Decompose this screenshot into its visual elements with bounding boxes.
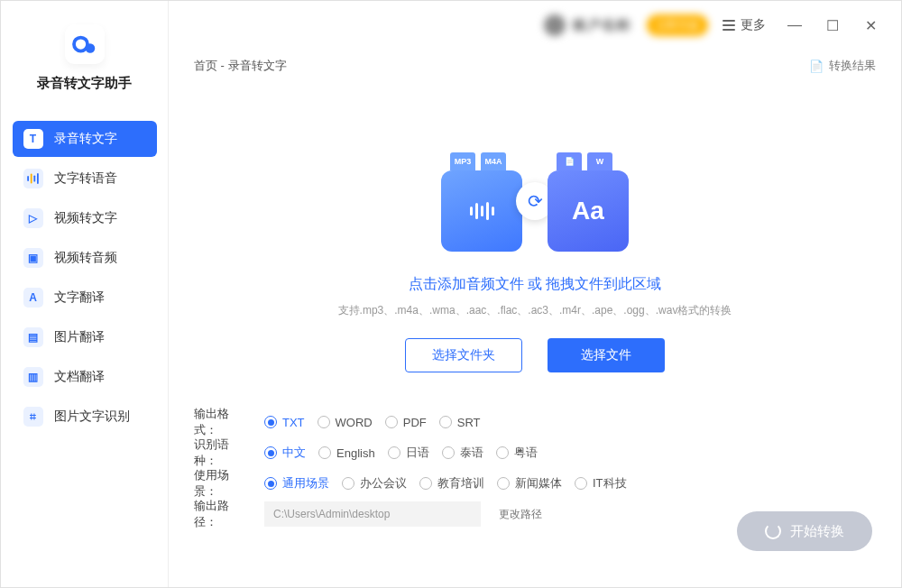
more-label: 更多 — [741, 17, 766, 33]
avatar-icon — [544, 14, 566, 36]
illustration: MP3 M4A ⟳ 📄 W Aa — [400, 125, 670, 252]
sidebar-item-video-to-text[interactable]: ▷ 视频转文字 — [13, 200, 157, 236]
aa-label: Aa — [572, 197, 604, 225]
app-name: 录音转文字助手 — [37, 75, 132, 92]
doc-translate-icon: ▥ — [23, 367, 43, 387]
word-tag: W — [587, 152, 612, 170]
video-audio-icon: ▣ — [23, 248, 43, 268]
nav-label: 文字翻译 — [54, 289, 105, 306]
scene-it[interactable]: IT科技 — [575, 475, 627, 492]
breadcrumb: 首页 - 录音转文字 — [194, 58, 287, 74]
lang-yue[interactable]: 粤语 — [496, 445, 538, 461]
lang-th[interactable]: 泰语 — [442, 445, 483, 461]
wave-icon — [23, 169, 43, 188]
doc-icon: 📄 — [809, 60, 824, 73]
scene-edu[interactable]: 教育培训 — [419, 475, 484, 492]
sidebar-item-text-translate[interactable]: A 文字翻译 — [13, 280, 157, 316]
results-link[interactable]: 📄 转换结果 — [809, 58, 876, 74]
text-icon: T — [23, 129, 43, 149]
titlebar: 账户名称 立即升级 更多 — ☐ ✕ — [169, 1, 901, 50]
choose-file-button[interactable]: 选择文件 — [548, 338, 665, 372]
sidebar-item-image-translate[interactable]: ▤ 图片翻译 — [13, 319, 157, 355]
scene-row: 使用场景： 通用场景 办公会议 教育培训 新闻媒体 IT科技 — [194, 468, 876, 499]
close-button[interactable]: ✕ — [856, 11, 885, 40]
sidebar-item-video-to-audio[interactable]: ▣ 视频转音频 — [13, 240, 157, 276]
play-icon: ▷ — [23, 208, 43, 228]
format-label: 输出格式： — [194, 406, 252, 438]
scene-label: 使用场景： — [194, 467, 252, 500]
wave-icon — [470, 202, 494, 220]
format-pdf[interactable]: PDF — [385, 416, 427, 429]
nav-list: T 录音转文字 文字转语音 ▷ 视频转文字 ▣ 视频转音频 A 文字翻译 — [13, 121, 157, 435]
audio-cube-icon: MP3 M4A — [441, 170, 522, 252]
doc-tag: 📄 — [557, 152, 582, 170]
dropzone-title: 点击添加音频文件 或 拖拽文件到此区域 — [409, 275, 662, 294]
sidebar: 录音转文字助手 T 录音转文字 文字转语音 ▷ 视频转文字 ▣ 视频转音频 A — [1, 1, 169, 587]
sidebar-item-text-to-speech[interactable]: 文字转语音 — [13, 161, 157, 197]
language-row: 识别语种： 中文 English 日语 泰语 粤语 — [194, 437, 876, 468]
sidebar-item-ocr[interactable]: ⌗ 图片文字识别 — [13, 399, 157, 435]
main-area: 账户名称 立即升级 更多 — ☐ ✕ 首页 - 录音转文字 📄 转换结果 MP3 — [169, 1, 901, 587]
start-convert-button[interactable]: 开始转换 — [737, 511, 872, 551]
nav-label: 录音转文字 — [54, 131, 117, 147]
dropzone-subtitle: 支持.mp3、.m4a、.wma、.aac、.flac、.ac3、.m4r、.a… — [338, 303, 732, 318]
lang-ja[interactable]: 日语 — [388, 445, 429, 461]
format-srt[interactable]: SRT — [439, 416, 481, 429]
image-translate-icon: ▤ — [23, 327, 43, 347]
sidebar-item-audio-to-text[interactable]: T 录音转文字 — [13, 121, 157, 157]
output-path-input[interactable] — [264, 501, 481, 527]
app-logo — [65, 24, 105, 64]
svg-point-1 — [85, 43, 95, 53]
lang-zh[interactable]: 中文 — [264, 445, 306, 461]
mp3-tag: MP3 — [450, 152, 475, 170]
ocr-icon: ⌗ — [23, 407, 43, 427]
scene-meeting[interactable]: 办公会议 — [342, 475, 407, 492]
m4a-tag: M4A — [481, 152, 506, 170]
text-cube-icon: 📄 W Aa — [548, 170, 629, 252]
lang-en[interactable]: English — [318, 446, 375, 460]
dropzone-buttons: 选择文件夹 选择文件 — [405, 338, 665, 372]
results-label: 转换结果 — [829, 58, 876, 74]
path-label: 输出路径： — [194, 498, 252, 530]
change-path-link[interactable]: 更改路径 — [499, 507, 542, 522]
hamburger-icon — [723, 20, 735, 31]
dropzone[interactable]: MP3 M4A ⟳ 📄 W Aa 点击添加音频文件 或 拖拽文件到此区域 支持.… — [192, 109, 878, 398]
nav-label: 视频转音频 — [54, 250, 117, 266]
language-label: 识别语种： — [194, 436, 252, 469]
spinner-icon — [765, 523, 781, 539]
more-button[interactable]: 更多 — [717, 14, 771, 37]
nav-label: 图片文字识别 — [54, 409, 130, 425]
nav-label: 视频转文字 — [54, 210, 117, 226]
nav-label: 文字转语音 — [54, 170, 117, 187]
format-txt[interactable]: TXT — [264, 416, 305, 429]
minimize-button[interactable]: — — [780, 11, 809, 40]
start-label: 开始转换 — [790, 523, 844, 540]
choose-folder-button[interactable]: 选择文件夹 — [405, 338, 522, 372]
maximize-button[interactable]: ☐ — [818, 11, 847, 40]
format-row: 输出格式： TXT WORD PDF SRT — [194, 407, 876, 437]
nav-label: 图片翻译 — [54, 329, 105, 345]
scene-news[interactable]: 新闻媒体 — [497, 475, 562, 492]
user-name: 账户名称 — [573, 16, 630, 35]
options-panel: 输出格式： TXT WORD PDF SRT 识别语种： 中文 English … — [169, 398, 901, 529]
nav-label: 文档翻译 — [54, 369, 105, 385]
upgrade-button[interactable]: 立即升级 — [647, 14, 708, 36]
logo-icon — [71, 31, 98, 58]
format-word[interactable]: WORD — [318, 416, 373, 429]
translate-icon: A — [23, 288, 43, 308]
breadcrumb-row: 首页 - 录音转文字 📄 转换结果 — [169, 50, 901, 82]
user-area[interactable]: 账户名称 — [544, 14, 630, 36]
svg-point-0 — [74, 38, 87, 51]
scene-general[interactable]: 通用场景 — [264, 475, 329, 492]
sidebar-item-doc-translate[interactable]: ▥ 文档翻译 — [13, 359, 157, 395]
